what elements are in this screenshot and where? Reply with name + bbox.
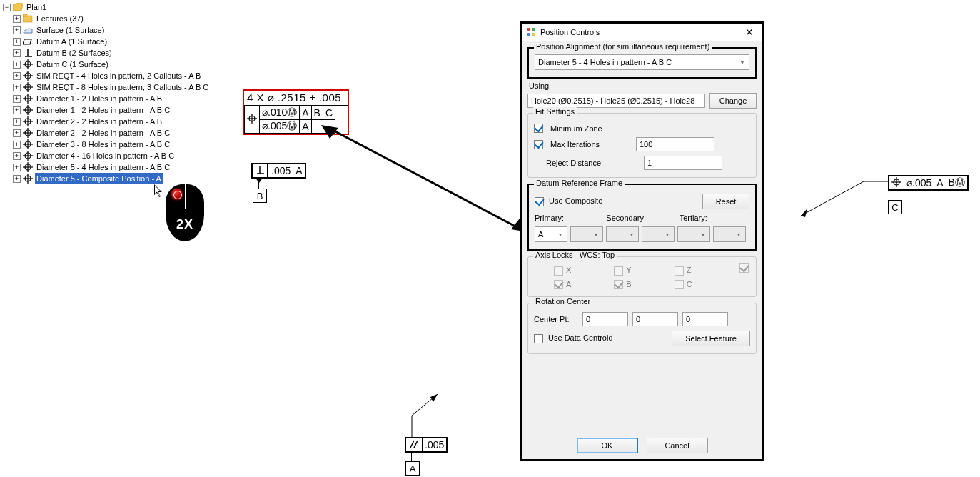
- fcf-perpendicularity[interactable]: .005 A: [251, 163, 306, 179]
- tree-item-label: Diameter 1 - 2 Holes in pattern - A B C: [35, 104, 171, 116]
- svg-point-10: [375, 181, 382, 188]
- group-drf: Datum Reference Frame Use Composite Rese…: [527, 184, 757, 251]
- folder-open-icon: [13, 2, 23, 12]
- position-alignment-combo[interactable]: Diameter 5 - 4 Holes in pattern - A B C …: [535, 54, 749, 70]
- pos-icon: [23, 151, 33, 161]
- expand-icon[interactable]: +: [13, 38, 21, 46]
- cancel-button[interactable]: Cancel: [647, 438, 708, 453]
- tree-item-label: Diameter 5 - Composite Position - A: [35, 173, 163, 184]
- tree-item[interactable]: +Diameter 2 - 2 Holes in pattern - A B C: [3, 127, 231, 139]
- collapse-icon[interactable]: −: [3, 4, 11, 11]
- expand-icon[interactable]: +: [13, 106, 21, 114]
- group-label: Axis Locks WCS: Top: [533, 251, 617, 259]
- svg-point-8: [394, 216, 403, 224]
- svg-line-74: [331, 129, 518, 228]
- reset-button[interactable]: Reset: [702, 194, 749, 209]
- tree-item[interactable]: +Diameter 3 - 8 Holes in pattern - A B C: [3, 139, 231, 150]
- tree-item-label: Diameter 5 - 4 Holes in pattern - A B C: [35, 161, 171, 173]
- tree-features[interactable]: + Features (37): [3, 13, 231, 24]
- max-iterations-checkbox[interactable]: [534, 140, 543, 149]
- expand-icon[interactable]: +: [13, 118, 21, 126]
- reject-distance-input[interactable]: [644, 156, 722, 170]
- secondary-datum-combo[interactable]: ▾: [606, 226, 639, 242]
- svg-rect-77: [527, 28, 530, 31]
- field-label: Primary:: [535, 214, 606, 222]
- tree-item-label: Diameter 2 - 2 Holes in pattern - A B C: [35, 127, 171, 139]
- primary-mod-combo[interactable]: ▾: [570, 226, 603, 242]
- expand-icon[interactable]: +: [13, 175, 21, 183]
- position-icon: [245, 106, 260, 134]
- group-rotation-center: Rotation Center Center Pt: Use Data Cent…: [527, 303, 757, 354]
- tree-item[interactable]: +Diameter 5 - 4 Holes in pattern - A B C: [3, 161, 231, 173]
- double-click-label: 2X: [166, 217, 204, 232]
- tree-item-label: SIM REQT - 4 Holes in pattern, 2 Callout…: [35, 70, 202, 81]
- center-x-input[interactable]: [582, 312, 628, 326]
- tree-item-label: SIM REQT - 8 Holes in pattern, 3 Callout…: [35, 81, 210, 93]
- tree-item-label: Diameter 1 - 2 Holes in pattern - A B: [35, 93, 163, 104]
- tertiary-mod-combo[interactable]: ▾: [713, 226, 746, 242]
- tree-item[interactable]: +Diameter 5 - Composite Position - A: [3, 173, 231, 184]
- expand-icon[interactable]: +: [13, 49, 21, 57]
- tree-root[interactable]: − Plan1: [3, 1, 231, 13]
- use-data-centroid-checkbox[interactable]: [534, 334, 543, 343]
- tree-item[interactable]: +Surface (1 Surface): [3, 24, 231, 36]
- lock-b-checkbox: [614, 280, 623, 289]
- expand-icon[interactable]: +: [13, 26, 21, 34]
- axis-locks-master-checkbox[interactable]: [739, 263, 749, 273]
- dialog-title: Position Controls: [540, 28, 741, 36]
- combo-value: Diameter 5 - 4 Holes in pattern - A B C: [538, 58, 672, 66]
- tree-item[interactable]: +Diameter 1 - 2 Holes in pattern - A B C: [3, 104, 231, 116]
- close-button[interactable]: ✕: [741, 25, 758, 39]
- cursor-icon: [154, 184, 164, 199]
- chevron-down-icon: ▾: [699, 228, 707, 241]
- expand-icon[interactable]: +: [13, 84, 21, 91]
- tree-item-label: Datum A (1 Surface): [35, 36, 108, 47]
- tree-item[interactable]: +Datum C (1 Surface): [3, 59, 231, 70]
- datum-flag-a: A: [405, 461, 420, 476]
- tree-item[interactable]: +Diameter 2 - 2 Holes in pattern - A B: [3, 116, 231, 127]
- expand-icon[interactable]: +: [13, 152, 21, 160]
- tree-item[interactable]: +Diameter 1 - 2 Holes in pattern - A B: [3, 93, 231, 104]
- group-label: Position Alignment (for simultaneous req…: [534, 42, 712, 51]
- expand-icon[interactable]: +: [13, 61, 21, 69]
- change-button[interactable]: Change: [709, 93, 757, 109]
- svg-line-66: [801, 181, 864, 216]
- fcf-size-callout: 4 X ⌀ .2515 ± .005: [244, 91, 348, 106]
- primary-datum-combo[interactable]: A▾: [535, 226, 567, 242]
- dialog-titlebar[interactable]: Position Controls ✕: [522, 24, 762, 41]
- expand-icon[interactable]: +: [13, 164, 21, 171]
- field-label: Secondary:: [606, 214, 679, 222]
- fcf-composite-position[interactable]: 4 X ⌀ .2515 ± .005 ⌀.010Ⓜ A B C ⌀.005Ⓜ A: [243, 89, 349, 135]
- lock-y-checkbox: [614, 266, 623, 276]
- expand-icon[interactable]: +: [13, 141, 21, 149]
- tertiary-datum-combo[interactable]: ▾: [677, 226, 710, 242]
- using-field[interactable]: [527, 94, 705, 108]
- ok-button[interactable]: OK: [577, 438, 638, 453]
- tree-item[interactable]: +Datum A (1 Surface): [3, 36, 231, 47]
- center-z-input[interactable]: [682, 312, 728, 326]
- tree-item[interactable]: +Datum B (2 Surfaces): [3, 47, 231, 59]
- tree-item-label: Datum B (2 Surfaces): [35, 47, 113, 59]
- pos-icon: [23, 82, 33, 92]
- expand-icon[interactable]: +: [13, 129, 21, 137]
- datum-icon: [23, 36, 33, 46]
- pos-icon: [23, 128, 33, 138]
- center-y-input[interactable]: [632, 312, 678, 326]
- feature-tree[interactable]: − Plan1 + Features (37) +Surface (1 Surf…: [3, 1, 231, 184]
- fcf-parallelism[interactable]: .005: [405, 437, 448, 453]
- tree-item[interactable]: +SIM REQT - 4 Holes in pattern, 2 Callou…: [3, 70, 231, 81]
- folder-icon: [23, 14, 33, 24]
- expand-icon[interactable]: +: [13, 95, 21, 103]
- max-iterations-input[interactable]: [636, 137, 714, 151]
- select-feature-button[interactable]: Select Feature: [672, 331, 750, 346]
- secondary-mod-combo[interactable]: ▾: [642, 226, 675, 242]
- fcf-position-right[interactable]: ⌀.005 A BⓂ: [888, 175, 969, 191]
- minimum-zone-checkbox[interactable]: [534, 124, 543, 133]
- tree-item[interactable]: +Diameter 4 - 16 Holes in pattern - A B …: [3, 150, 231, 161]
- expand-icon[interactable]: +: [13, 72, 21, 80]
- expand-icon[interactable]: +: [13, 15, 21, 23]
- pos-icon: [23, 116, 33, 126]
- use-composite-checkbox[interactable]: [535, 197, 544, 206]
- tree-item[interactable]: +SIM REQT - 8 Holes in pattern, 3 Callou…: [3, 81, 231, 93]
- double-click-hint: 2X: [166, 184, 208, 248]
